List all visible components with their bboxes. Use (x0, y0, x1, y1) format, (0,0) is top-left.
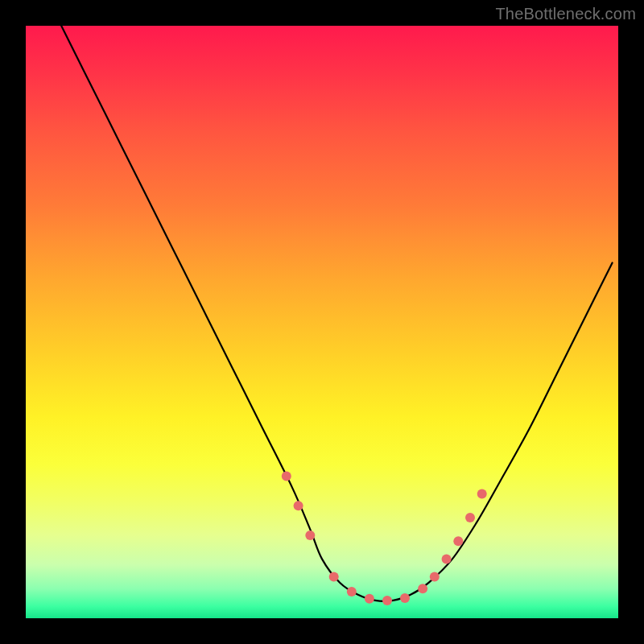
watermark-text: TheBottleneck.com (495, 5, 636, 23)
marker-dot (418, 584, 427, 593)
marker-dot (400, 593, 410, 603)
marker-dot (442, 554, 452, 564)
marker-dot (365, 594, 374, 604)
chart-frame: TheBottleneck.com (0, 0, 644, 644)
chart-svg (26, 26, 618, 618)
marker-group (282, 471, 487, 605)
marker-dot (382, 596, 392, 605)
marker-dot (347, 587, 357, 597)
marker-dot (282, 471, 291, 481)
marker-dot (465, 513, 475, 522)
marker-dot (305, 530, 315, 540)
marker-dot (294, 501, 303, 510)
marker-dot (430, 572, 440, 582)
marker-dot (329, 572, 339, 582)
bottleneck-curve (61, 26, 612, 601)
marker-dot (453, 536, 463, 546)
plot-area (26, 26, 618, 618)
marker-dot (477, 489, 487, 498)
